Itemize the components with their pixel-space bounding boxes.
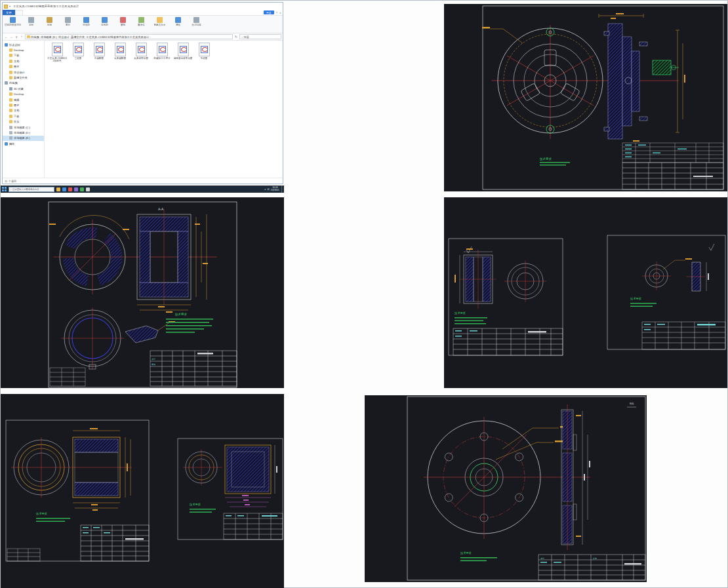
nav-tree-item[interactable]: 本地磁盘 (E:) — [3, 136, 44, 141]
back-icon[interactable]: ← — [4, 35, 8, 39]
forward-icon[interactable]: → — [9, 35, 13, 39]
ime-indicator[interactable]: 英 — [267, 188, 269, 191]
ribbon-tab[interactable] — [15, 10, 23, 15]
taskbar-search[interactable]: ○ 在这里输入你要搜索的内容 — [9, 187, 54, 192]
ribbon-button[interactable]: 复制到 — [96, 17, 113, 26]
nav-tree-item[interactable]: 新建文件夹 — [3, 75, 44, 80]
collapse-ribbon-icon[interactable]: ∧ — [279, 11, 281, 14]
nav-tree-item[interactable]: 下载 — [3, 113, 44, 119]
ribbon-button[interactable]: 固定到快速访问 — [4, 17, 22, 26]
ribbon-button[interactable]: 删除 — [114, 17, 132, 26]
search-input[interactable] — [243, 35, 279, 39]
taskbar-app-icon[interactable] — [56, 187, 60, 191]
breadcrumb[interactable]: 此电脑 › 本地磁盘 (E:) › 毕业设计 › 新建文件夹 › 工艺夹 — [25, 34, 233, 39]
window-control-button[interactable] — [268, 3, 274, 9]
up-icon[interactable]: ↑ — [20, 35, 24, 39]
folder-icon — [9, 136, 12, 140]
ribbon-button-label: 全部选择 — [192, 24, 201, 26]
nav-tree-item[interactable]: 音乐 — [3, 119, 44, 124]
breadcrumb-segment[interactable]: 工艺夹具-CDM6132轴承座壳体加工工艺及夹具设计 › — [87, 35, 151, 39]
ribbon-button-label: 复制到 — [101, 24, 108, 26]
sheet-right: 技术要求 — [178, 439, 283, 539]
tab-file[interactable]: 文件 — [3, 10, 15, 15]
nav-tree-item[interactable]: 3D 对象 — [3, 86, 44, 91]
nav-tree-item[interactable]: Desktop — [3, 92, 44, 97]
ribbon-button[interactable]: 属性 — [169, 17, 187, 26]
help-icon[interactable]: ? — [276, 11, 277, 14]
file-item[interactable]: 夹具体零件图 — [131, 43, 151, 62]
breadcrumb-segment[interactable]: 毕业设计 › — [58, 35, 71, 39]
show-desktop-button[interactable] — [281, 186, 283, 193]
nav-tree-item[interactable]: 本地磁盘 (D:) — [3, 130, 44, 135]
search-box[interactable]: ○ — [239, 34, 281, 39]
breadcrumb-segment[interactable]: 本地磁盘 (E:) › — [41, 35, 58, 39]
quick-access-toolbar-icon[interactable]: ▾ — [9, 5, 10, 8]
nav-item-label: 图片 — [14, 65, 19, 68]
ribbon-button[interactable]: 移动到 — [77, 17, 95, 26]
nav-tree-item[interactable]: 此电脑 — [3, 81, 44, 86]
ribbon-tab[interactable] — [30, 10, 36, 15]
nav-tree-item[interactable]: 文档 — [3, 108, 44, 113]
tech-note-title: 技术要求 — [454, 311, 466, 315]
nav-tree-item[interactable]: 毕业设计 — [3, 69, 44, 75]
taskbar-app-icon[interactable] — [68, 187, 72, 191]
address-bar: ← → ∨ ↑ 此电脑 › 本地磁盘 (E:) › 毕业设计 — [3, 33, 283, 41]
status-bar: 11 个项目 — [3, 178, 283, 184]
file-item[interactable]: 工艺夹具-CDM6132说明书 — [47, 43, 67, 62]
ribbon-button[interactable]: 复制 — [22, 17, 40, 26]
nav-tree-item[interactable]: 下载 — [3, 53, 44, 58]
file-item[interactable]: 三维图 — [68, 43, 88, 62]
ribbon-button[interactable]: 全部选择 — [188, 17, 205, 26]
ribbon-button-label: 属性 — [176, 24, 180, 26]
ribbon-button[interactable]: 新建文件夹 — [151, 17, 169, 26]
file-item[interactable]: 机械加工工序卡 — [152, 43, 172, 62]
nav-tree-item[interactable]: 网络 — [3, 141, 44, 146]
file-item[interactable]: 夹具装配图 — [110, 43, 130, 62]
folder-icon — [9, 49, 12, 52]
folder-icon — [5, 142, 8, 146]
breadcrumb-segment[interactable]: 此电脑 › — [31, 35, 41, 39]
file-item[interactable]: 毛坯图 — [194, 43, 214, 62]
refresh-icon[interactable]: ↻ — [234, 35, 238, 39]
ribbon-tabs: 文件 登录 ? ∧ — [3, 10, 283, 16]
taskbar-app-icon[interactable] — [74, 187, 78, 191]
ribbon-button-icon — [175, 17, 181, 23]
nav-tree-item[interactable]: Desktop — [3, 47, 44, 52]
ribbon-button-icon — [83, 17, 89, 23]
promo-button[interactable]: 登录 — [264, 10, 274, 14]
nav-item-label: 音乐 — [14, 120, 19, 123]
section-view — [137, 209, 191, 305]
sheet-left: 技术要求 — [6, 420, 149, 561]
ribbon-button[interactable]: 重命名 — [132, 17, 150, 26]
taskbar-app-icon[interactable] — [86, 187, 90, 191]
taskbar-clock[interactable]: 16:08 2023/6/1 — [271, 187, 279, 192]
dwg-file-icon — [136, 43, 147, 56]
bom-table — [622, 143, 723, 163]
ribbon-button[interactable]: 剪切 — [59, 17, 77, 26]
nav-tree-item[interactable]: 本地磁盘 (C:) — [3, 125, 44, 130]
ribbon-button[interactable]: 粘贴 — [41, 17, 58, 26]
history-dropdown-icon[interactable]: ∨ — [14, 35, 18, 39]
taskbar: ○ 在这里输入你要搜索的内容 ∧ 英 16:08 2023/6/1 — [1, 186, 284, 193]
nav-tree-item[interactable]: 快速访问 — [3, 42, 44, 47]
ribbon-button-label: 新建文件夹 — [154, 24, 166, 26]
start-button-icon[interactable] — [2, 187, 7, 191]
taskbar-app-icon[interactable] — [80, 187, 84, 191]
nav-tree-item[interactable]: 图片 — [3, 102, 44, 108]
file-item[interactable]: 总装配图 — [89, 43, 109, 62]
nav-tree-item[interactable]: 视频 — [3, 97, 44, 102]
nav-tree-item[interactable]: 图片 — [3, 64, 44, 69]
ribbon-button-label: 剪切 — [66, 24, 70, 26]
breadcrumb-segment[interactable]: 新建文件夹 › — [71, 35, 86, 39]
file-name: 机械加工工序卡 — [153, 57, 170, 60]
explorer-main: 快速访问 Desktop 下载 文档 图片 — [3, 41, 283, 178]
tray-chevron-icon[interactable]: ∧ — [264, 188, 266, 191]
nav-tree-item[interactable]: 文档 — [3, 58, 44, 64]
window-control-button[interactable] — [260, 3, 267, 9]
ribbon-tab[interactable] — [23, 10, 30, 15]
ribbon-button-icon — [47, 17, 52, 23]
taskbar-app-icon[interactable] — [62, 187, 66, 191]
ribbon-button-icon — [65, 17, 71, 23]
window-control-button[interactable] — [275, 3, 281, 9]
file-item[interactable]: 轴承座壳体零件图 — [173, 43, 193, 62]
